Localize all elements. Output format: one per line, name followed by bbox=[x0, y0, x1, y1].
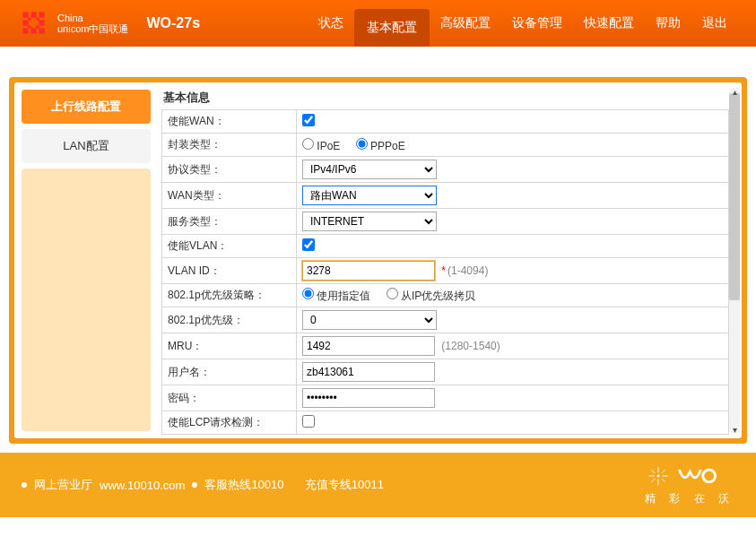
brand-line2: unicom中国联通 bbox=[57, 23, 128, 34]
bullet-icon bbox=[22, 482, 27, 488]
sidebar-spacer bbox=[22, 169, 151, 431]
input-vlan-id[interactable] bbox=[302, 261, 435, 281]
radio-pppoe-label: PPPoE bbox=[370, 140, 405, 152]
radio-use-specified-label: 使用指定值 bbox=[317, 290, 370, 302]
nav-advanced-config[interactable]: 高级配置 bbox=[430, 0, 501, 47]
sidebar-item-lan[interactable]: LAN配置 bbox=[22, 129, 151, 163]
checkbox-enable-wan[interactable] bbox=[302, 114, 315, 126]
sidebar: 上行线路配置 LAN配置 bbox=[14, 82, 158, 438]
label-wan-type: WAN类型： bbox=[162, 183, 297, 209]
nav-logout[interactable]: 退出 bbox=[691, 0, 738, 47]
select-8021p-priority[interactable]: 0 bbox=[302, 310, 437, 330]
brand-logo: China unicom中国联通 bbox=[18, 7, 128, 39]
footer-url[interactable]: www.10010.com bbox=[100, 479, 185, 492]
label-encapsulation: 封装类型： bbox=[162, 134, 297, 157]
checkbox-enable-vlan[interactable] bbox=[302, 238, 315, 251]
footer-online-hall: 网上营业厅 bbox=[34, 477, 92, 493]
svg-line-12 bbox=[651, 470, 655, 473]
footer-hotline: 客服热线10010 bbox=[204, 477, 283, 493]
label-8021p-priority: 802.1p优先级： bbox=[162, 307, 297, 333]
select-protocol[interactable]: IPv4/IPv6 bbox=[302, 160, 437, 179]
svg-rect-1 bbox=[30, 12, 36, 17]
wo-icon bbox=[677, 464, 718, 488]
svg-point-17 bbox=[703, 470, 716, 482]
hint-vlan-id: (1-4094) bbox=[448, 264, 488, 277]
svg-rect-6 bbox=[30, 28, 36, 33]
radio-copy-ip[interactable] bbox=[387, 288, 398, 299]
unicom-logo-icon bbox=[18, 7, 50, 39]
wo-tagline: 精 彩 在 沃 bbox=[645, 491, 734, 506]
svg-line-15 bbox=[651, 479, 655, 482]
radio-pppoe[interactable] bbox=[356, 138, 368, 150]
scroll-down-icon[interactable]: ▾ bbox=[729, 424, 740, 435]
section-title-basic-info: 基本信息 bbox=[161, 86, 729, 109]
radio-ipoe-label: IPoE bbox=[317, 140, 340, 152]
input-password[interactable] bbox=[302, 388, 435, 408]
label-enable-vlan: 使能VLAN： bbox=[162, 235, 297, 258]
spark-icon bbox=[645, 464, 672, 488]
hint-mru: (1280-1540) bbox=[441, 340, 500, 352]
label-vlan-id: VLAN ID： bbox=[162, 258, 297, 284]
input-mru[interactable] bbox=[302, 336, 435, 356]
label-username: 用户名： bbox=[162, 359, 297, 385]
nav-help[interactable]: 帮助 bbox=[645, 0, 691, 47]
label-enable-lcp: 使能LCP请求检测： bbox=[162, 411, 297, 435]
label-password: 密码： bbox=[162, 385, 297, 411]
scrollbar[interactable]: ▴ ▾ bbox=[729, 88, 740, 433]
nav-device-management[interactable]: 设备管理 bbox=[501, 0, 573, 47]
content-frame: 上行线路配置 LAN配置 基本信息 使能WAN： 封装类型： IPo bbox=[9, 77, 747, 444]
scroll-up-icon[interactable]: ▴ bbox=[729, 86, 740, 97]
select-wan-type[interactable]: 路由WAN bbox=[302, 186, 437, 205]
radio-copy-ip-label: 从IP优先级拷贝 bbox=[401, 290, 475, 302]
radio-ipoe[interactable] bbox=[302, 138, 314, 150]
label-service-type: 服务类型： bbox=[162, 209, 297, 235]
device-model: WO-27s bbox=[146, 15, 200, 31]
svg-rect-2 bbox=[39, 12, 44, 17]
wo-logo bbox=[645, 464, 734, 488]
svg-point-16 bbox=[656, 474, 659, 477]
input-username[interactable] bbox=[302, 362, 435, 382]
svg-line-14 bbox=[662, 470, 665, 473]
scroll-thumb[interactable] bbox=[729, 93, 740, 300]
label-protocol: 协议类型： bbox=[162, 157, 297, 183]
label-mru: MRU： bbox=[162, 333, 297, 359]
nav-basic-config[interactable]: 基本配置 bbox=[354, 9, 430, 47]
main-nav: 状态 基本配置 高级配置 设备管理 快速配置 帮助 退出 bbox=[308, 0, 738, 47]
label-8021p-policy: 802.1p优先级策略： bbox=[162, 284, 297, 307]
topbar: China unicom中国联通 WO-27s 状态 基本配置 高级配置 设备管… bbox=[0, 0, 756, 47]
footer-recharge: 充值专线10011 bbox=[305, 477, 384, 493]
nav-quick-config[interactable]: 快速配置 bbox=[573, 0, 645, 47]
sidebar-item-uplink[interactable]: 上行线路配置 bbox=[22, 90, 151, 124]
svg-rect-3 bbox=[22, 20, 28, 25]
form-panel: 基本信息 使能WAN： 封装类型： IPoE PPPoE 协议 bbox=[158, 82, 742, 438]
footer: 网上营业厅 www.10010.com 客服热线10010 充值专线10011 bbox=[0, 453, 756, 517]
nav-status[interactable]: 状态 bbox=[308, 0, 354, 47]
svg-rect-0 bbox=[22, 12, 28, 17]
bullet-icon bbox=[192, 482, 197, 488]
svg-rect-4 bbox=[39, 20, 44, 25]
checkbox-enable-lcp[interactable] bbox=[302, 415, 315, 428]
svg-rect-7 bbox=[39, 28, 44, 33]
radio-use-specified[interactable] bbox=[302, 288, 314, 299]
svg-rect-5 bbox=[22, 28, 28, 33]
brand-line1: China bbox=[57, 13, 128, 23]
svg-line-13 bbox=[662, 479, 665, 482]
select-service-type[interactable]: INTERNET bbox=[302, 212, 437, 231]
label-enable-wan: 使能WAN： bbox=[162, 110, 297, 134]
